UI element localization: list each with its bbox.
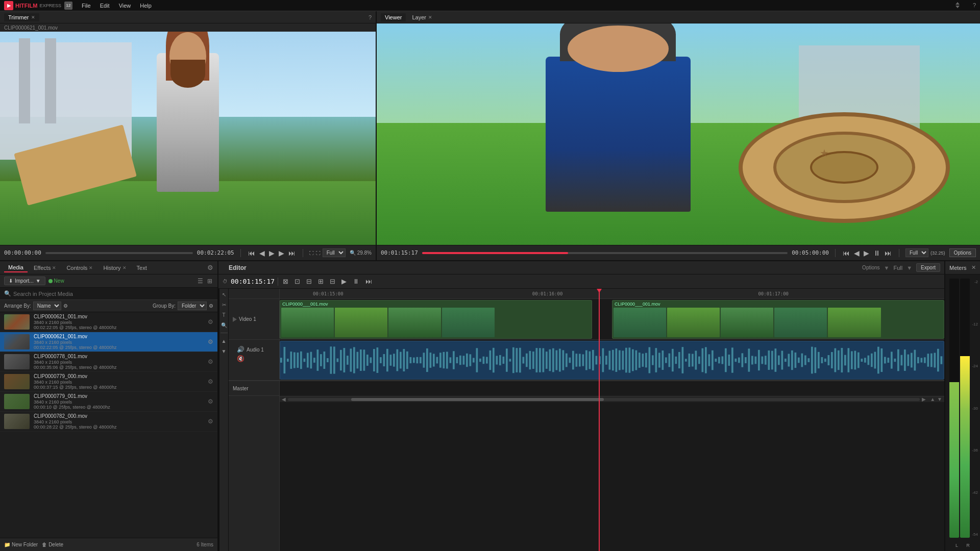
media-item-settings[interactable]: ⚙ <box>208 338 213 345</box>
viewer-scroll-down[interactable] <box>955 6 960 8</box>
scrollbar-thumb[interactable] <box>351 398 604 401</box>
editor-ctrl-8[interactable]: ⏭ <box>364 277 374 286</box>
viewer-prev-frame[interactable]: ◀ <box>853 248 861 258</box>
arrange-settings-icon[interactable]: ⚙ <box>63 303 68 309</box>
media-item[interactable]: CLIP0000778_001.mov 3840 x 2160 pixels 0… <box>0 352 217 372</box>
timeline-scrollbar: ◀ ▶ ▲ ▼ <box>280 396 944 402</box>
scroll-left[interactable]: ◀ <box>282 396 286 402</box>
viewer-options-btn[interactable]: Options <box>949 248 976 257</box>
scroll-up-btn[interactable]: ▲ <box>930 396 935 402</box>
editor-ctrl-3[interactable]: ⊟ <box>305 277 313 286</box>
search-input[interactable] <box>13 291 213 297</box>
tool-select[interactable]: ↖ <box>220 291 228 298</box>
media-item-settings[interactable]: ⚙ <box>208 358 213 365</box>
left-panel-options[interactable]: ⚙ <box>207 264 213 271</box>
editor-ctrl-2[interactable]: ⊡ <box>293 277 302 286</box>
scale-label-36: -36 <box>972 448 978 453</box>
svg-rect-12 <box>317 349 319 371</box>
media-item[interactable]: CLIP0000779_001.mov 3840 x 2160 pixels 0… <box>0 392 217 412</box>
trimmer-next-frame[interactable]: ▶ <box>278 248 285 258</box>
tool-up[interactable]: ▲ <box>220 337 228 344</box>
media-item[interactable]: CLIP0000621_001.mov 3840 x 2160 pixels 0… <box>0 332 217 352</box>
audio-track-label[interactable]: 🔊 Audio 1 🔇 <box>229 340 279 381</box>
trimmer-help[interactable]: ? <box>369 14 372 20</box>
viewer-play[interactable]: ▶ <box>863 248 870 258</box>
menu-view[interactable]: View <box>115 2 135 10</box>
trimmer-play[interactable]: ▶ <box>268 248 276 258</box>
tab-effects-close[interactable]: ✕ <box>52 265 56 270</box>
arrange-select[interactable]: Name <box>33 302 61 310</box>
viewer-scroll-up[interactable] <box>955 2 960 5</box>
video-track[interactable]: CLIP0000___001.mov CLIP <box>280 299 944 340</box>
editor-ctrl-4[interactable]: ⊞ <box>316 277 325 286</box>
meters-close[interactable]: ✕ <box>971 264 976 271</box>
tool-down[interactable]: ▼ <box>220 347 228 355</box>
editor-ctrl-7[interactable]: ⏸ <box>351 277 361 286</box>
new-folder-button[interactable]: 📁 New Folder <box>4 542 38 547</box>
tool-zoom[interactable]: 🔍 <box>220 321 228 329</box>
import-button[interactable]: ⬇ Import... ▼ <box>4 277 45 285</box>
video-clip-1[interactable]: CLIP0000___001.mov <box>280 300 592 339</box>
delete-button[interactable]: 🗑 Delete <box>42 542 63 547</box>
media-item-settings[interactable]: ⚙ <box>208 318 213 325</box>
editor-ctrl-1[interactable]: ⊠ <box>281 277 290 286</box>
tab-controls[interactable]: Controls ✕ <box>62 264 97 272</box>
viewer-progress-bar[interactable] <box>422 252 788 254</box>
trimmer-progress-bar[interactable] <box>45 252 193 254</box>
video-clip-2[interactable]: CLIP0000___001.mov <box>612 300 944 339</box>
menu-file[interactable]: File <box>78 2 95 10</box>
scrollbar-track[interactable] <box>288 398 920 401</box>
scroll-right[interactable]: ▶ <box>922 396 926 402</box>
export-button[interactable]: Export <box>916 263 940 272</box>
media-item[interactable]: CLIP0000779_000.mov 3840 x 2160 pixels 0… <box>0 372 217 392</box>
tab-media[interactable]: Media <box>4 263 28 272</box>
media-thumb <box>4 414 30 429</box>
audio-clip[interactable] <box>280 341 944 380</box>
group-select[interactable]: Folder <box>178 302 207 310</box>
trimmer-prev-frame[interactable]: ◀ <box>258 248 266 258</box>
media-item[interactable]: CLIP0000621_001.mov 3840 x 2160 pixels 0… <box>0 312 217 332</box>
menu-help[interactable]: Help <box>136 2 156 10</box>
scroll-down-btn[interactable]: ▼ <box>937 396 942 402</box>
layer-tab[interactable]: Layer ✕ <box>408 13 436 21</box>
grid-view-icon[interactable]: ⊞ <box>206 277 213 286</box>
tab-history[interactable]: History ✕ <box>99 264 130 272</box>
viewer-goto-end[interactable]: ⏭ <box>884 248 893 258</box>
tab-text[interactable]: Text <box>133 264 151 272</box>
viewer-tab[interactable]: Viewer <box>381 13 406 21</box>
trimmer-goto-end[interactable]: ⏭ <box>287 248 297 258</box>
media-item-settings[interactable]: ⚙ <box>208 418 213 425</box>
audio-mute-icon[interactable]: 🔇 <box>237 355 244 362</box>
trimmer-quality[interactable]: Full <box>323 248 346 257</box>
media-item[interactable]: CLIP0000782_000.mov 3840 x 2160 pixels 0… <box>0 412 217 432</box>
tool-cut[interactable]: ✂ <box>220 301 228 308</box>
editor-ctrl-6[interactable]: ▶ <box>340 277 348 286</box>
svg-rect-23 <box>353 347 355 373</box>
viewer-quality[interactable]: Full <box>905 248 928 257</box>
group-settings-icon[interactable]: ⚙ <box>209 303 213 309</box>
tab-history-close[interactable]: ✕ <box>122 265 127 270</box>
viewer-goto-start[interactable]: ⏮ <box>842 248 851 258</box>
trimmer-tab[interactable]: Trimmer ✕ <box>4 13 39 21</box>
editor-options-label[interactable]: Options <box>862 265 879 270</box>
viewer-pause[interactable]: ⏸ <box>872 248 881 258</box>
list-view-icon[interactable]: ☰ <box>197 277 204 286</box>
svg-rect-6 <box>297 353 299 368</box>
trimmer-goto-start[interactable]: ⏮ <box>247 248 256 258</box>
trimmer-tab-close[interactable]: ✕ <box>31 15 35 20</box>
audio-speaker-icon[interactable]: 🔊 <box>237 346 244 353</box>
tab-effects[interactable]: Effects ✕ <box>30 264 60 272</box>
layer-tab-close[interactable]: ✕ <box>428 15 432 20</box>
playhead-line[interactable] <box>599 289 600 298</box>
media-item-settings[interactable]: ⚙ <box>208 378 213 385</box>
media-item-settings[interactable]: ⚙ <box>208 398 213 405</box>
editor-tab-label[interactable]: Editor <box>223 263 253 272</box>
new-button[interactable]: New <box>48 278 64 284</box>
editor-ctrl-5[interactable]: ⊟ <box>328 277 337 286</box>
menu-edit[interactable]: Edit <box>96 2 114 10</box>
audio-track[interactable] <box>280 340 944 381</box>
tab-controls-close[interactable]: ✕ <box>89 265 93 270</box>
video-track-label[interactable]: Video 1 <box>229 299 279 340</box>
viewer-help[interactable]: ? <box>973 2 976 8</box>
tool-text[interactable]: T <box>220 311 228 318</box>
